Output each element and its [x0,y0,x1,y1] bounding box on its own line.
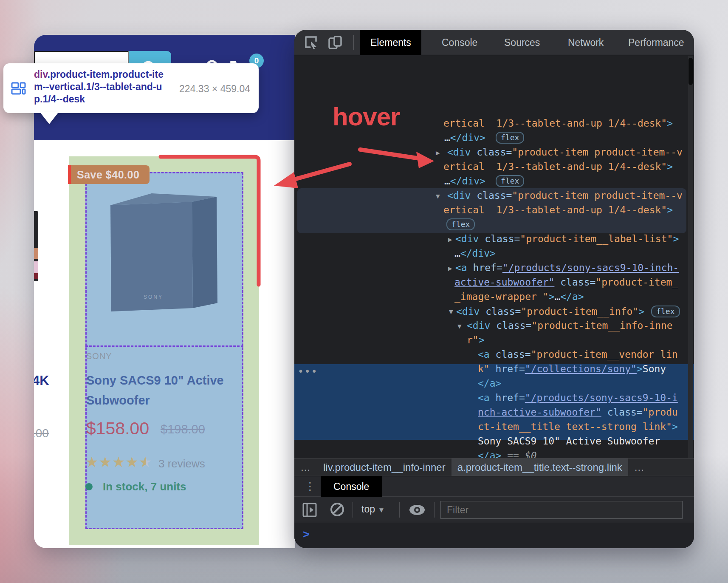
dom-tree-line[interactable]: …</div> [454,248,496,259]
devtools-scrollbar[interactable] [688,56,693,458]
dom-tree-line[interactable]: …</div> [444,175,485,187]
console-toolbar: top ▼ [294,497,694,522]
toolbar-divider [353,502,353,518]
dom-tree-line[interactable]: …</div> [444,132,485,143]
flex-badge[interactable]: flex [651,306,680,317]
dom-tree-line[interactable]: </a> == $0 [478,450,536,458]
dom-tree-line[interactable]: nch-active-subwoofer" class="produ [478,407,678,418]
expand-arrow-icon[interactable]: ▼ [436,192,440,200]
dom-tree-line[interactable]: k" href="/collections/sony">Sony [478,363,666,374]
dom-tree-line[interactable]: <div class="product-item__info">flex [456,306,680,317]
reviews-count[interactable]: 3 reviews [158,457,205,470]
console-tabrow: ⋮ Console [294,476,694,497]
dom-tree-line[interactable]: _image-wrapper ">…</a> [454,291,584,302]
collapse-arrow-icon[interactable]: ▶ [448,264,452,272]
device-toolbar-icon[interactable] [328,36,344,49]
product-vendor[interactable]: SONY [86,351,112,361]
console-filter-input[interactable] [440,501,683,519]
chevron-down-icon: ▼ [378,506,385,514]
dom-breadcrumb-bar: …liv.product-item__info-innera.product-i… [294,458,694,476]
inspect-element-icon[interactable] [305,36,319,49]
expand-arrow-icon[interactable]: ▼ [457,322,462,330]
prompt-chevron-icon: > [303,528,309,541]
tooltip-dimensions: 224.33 × 459.04 [179,83,250,95]
selected-row-dots-icon[interactable]: ••• [298,366,318,377]
devtools-tab-sources[interactable]: Sources [494,30,550,55]
devtools-tab-console[interactable]: Console [432,30,488,55]
sale-badge-edge [68,165,71,184]
dom-tree-line[interactable]: <div class="product-item__label-list"> [455,233,679,244]
dom-tree-line[interactable]: ct-item__title text--strong link"> [478,421,678,432]
expand-arrow-icon[interactable]: ▼ [449,308,453,316]
partial-product-price: .00 [34,427,49,440]
devtools-tabbar: ElementsConsoleSourcesNetworkPerformance [294,30,694,55]
breadcrumb-overflow[interactable]: … [294,458,317,476]
stock-dot-icon [85,483,93,490]
dom-tree-line[interactable]: <div class="product-item product-item--v [447,147,683,158]
flex-badge[interactable]: flex [446,218,475,230]
breadcrumb-item[interactable]: liv.product-item__info-inner [317,458,451,476]
dom-tree-line[interactable]: active-subwoofer" class="product-item_ [454,277,678,288]
hover-annotation-label: hover [333,102,400,131]
partial-product-image [34,211,38,281]
inspect-overlay-divider [85,345,243,347]
tooltip-selector: div.product-item.product-item--vertical.… [34,68,166,105]
product-title-link[interactable]: Sony SACS9 10" Active Subwoofer [86,371,226,410]
breadcrumb-overflow[interactable]: … [628,458,651,476]
dom-tree-line[interactable]: <div class="product-item product-item--v [447,190,683,201]
context-selector[interactable]: top ▼ [361,504,385,515]
toolbar-divider [353,35,354,50]
sale-badge: Save $40.00 [68,165,150,184]
breadcrumb-item[interactable]: a.product-item__title.text--strong.link [451,458,628,476]
dom-tree-line[interactable]: r"> [467,334,485,345]
partial-product-title: 4K [34,373,49,388]
speaker-brand-label: SONY [144,294,163,300]
dom-tree-line[interactable]: <div class="product-item__info-inne [467,320,673,331]
dom-tree-line[interactable]: Sony SACS9 10" Active Subwoofer [478,436,660,447]
devtools-tab-network[interactable]: Network [558,30,614,55]
flex-badge[interactable]: flex [496,132,524,144]
devtools-tab-performance[interactable]: Performance [618,30,694,55]
console-prompt[interactable]: > [294,523,694,548]
toolbar-divider [399,502,400,518]
dom-tree-line[interactable]: ertical 1/3--tablet-and-up 1/4--desk"> [443,161,673,172]
layout-grid-icon [11,82,27,95]
dom-tree-line[interactable]: <a href="/products/sony-sacs9-10-i [478,392,678,403]
clear-console-icon[interactable] [330,502,345,518]
toolbar-divider [434,502,435,518]
expand-console-icon[interactable] [302,503,318,517]
product-image[interactable]: SONY [106,189,221,314]
dom-tree-line[interactable]: <a href="/products/sony-sacs9-10-inch- [455,262,679,273]
dom-tree-line[interactable]: </a> [478,378,501,389]
devtools-scrollbar-thumb[interactable] [688,58,693,85]
flex-badge[interactable]: flex [496,175,524,187]
dom-tree-line[interactable]: <a class="product-item__vendor lin [478,349,678,360]
console-tab[interactable]: Console [321,476,382,497]
console-drawer: ⋮ Console top ▼ > [294,476,694,548]
devtools-tab-elements[interactable]: Elements [360,30,421,55]
dom-tree-line[interactable]: ertical 1/3--tablet-and-up 1/4--desk"> [443,118,673,129]
stock-status: In stock, 7 units [103,480,186,493]
kebab-menu-icon[interactable]: ⋮ [305,480,316,493]
dom-tree-line[interactable]: ertical 1/3--tablet-and-up 1/4--desk"> [443,204,673,215]
star-rating[interactable]: ★★★★★★ [85,453,152,470]
product-price: $158.00 [86,419,149,439]
product-old-price: $198.00 [161,422,205,436]
collapse-arrow-icon[interactable]: ▶ [448,235,452,243]
collapse-arrow-icon[interactable]: ▶ [436,149,440,157]
live-expression-eye-icon[interactable] [408,504,426,516]
inspect-tooltip: div.product-item.product-item--vertical.… [3,63,259,113]
tooltip-pointer [40,112,59,124]
